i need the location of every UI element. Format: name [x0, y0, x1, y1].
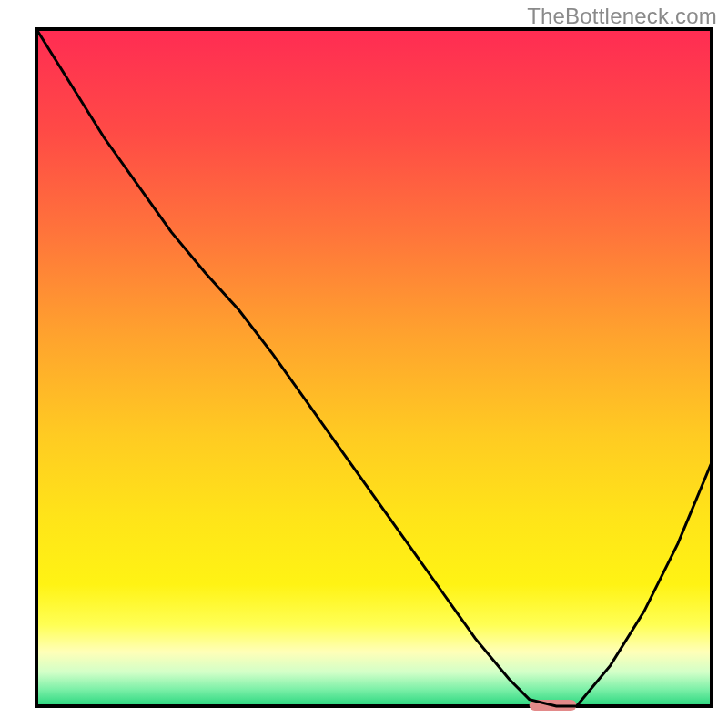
watermark-text: TheBottleneck.com: [527, 4, 717, 29]
bottleneck-chart: [0, 0, 728, 728]
plot-background: [36, 29, 712, 706]
chart-container: TheBottleneck.com: [0, 0, 728, 728]
